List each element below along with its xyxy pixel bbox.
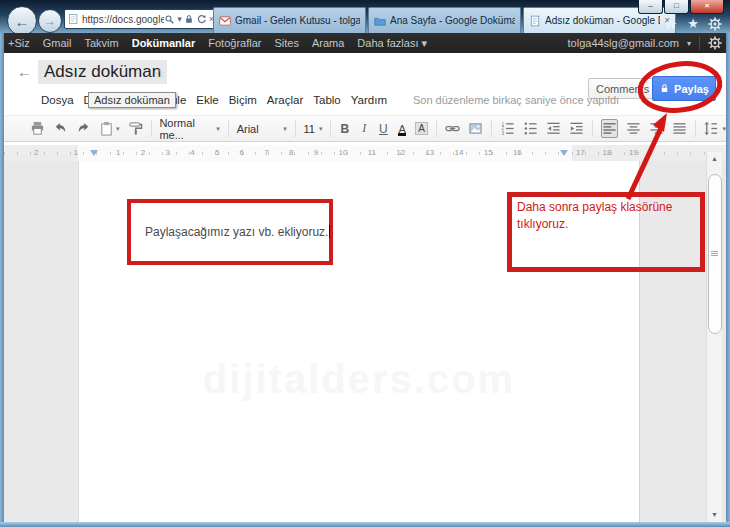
align-center-button[interactable] <box>626 120 641 137</box>
browser-chrome: – □ × ← → https://docs.google.com/do ▾ ×… <box>0 0 730 33</box>
font-dropdown[interactable]: Arial▾ <box>237 123 287 135</box>
scrollbar-grip <box>711 251 718 256</box>
print-icon[interactable] <box>30 120 45 137</box>
menu-item[interactable]: Araçlar <box>267 94 303 106</box>
undo-icon[interactable] <box>53 120 68 137</box>
home-icon[interactable] <box>664 17 678 31</box>
document-text[interactable]: Paylaşacağımız yazı vb. ekliyoruz. <box>145 225 330 239</box>
favorites-star-icon[interactable]: ★ <box>687 16 699 31</box>
maximize-button[interactable]: □ <box>664 0 689 14</box>
share-button[interactable]: Paylaş <box>652 76 716 101</box>
settings-gear-icon[interactable] <box>708 17 722 31</box>
menu-item[interactable]: Yardım <box>351 94 387 106</box>
numbered-list-icon[interactable]: 123 <box>500 120 515 137</box>
google-bar-item[interactable]: Gmail <box>43 37 72 50</box>
scrollbar-thumb[interactable] <box>708 174 722 334</box>
options-gear-icon[interactable] <box>708 36 722 50</box>
divider <box>695 120 696 137</box>
google-bar-item[interactable]: Dokümanlar <box>132 37 196 50</box>
account-email[interactable]: tolga44slg@gmail.com <box>568 37 679 49</box>
close-button[interactable]: × <box>690 0 724 14</box>
justify-button[interactable] <box>672 120 687 137</box>
line-spacing-icon[interactable] <box>703 120 718 137</box>
menu-item[interactable]: Ekle <box>196 94 218 106</box>
search-caret-icon[interactable]: ▾ <box>177 14 182 24</box>
paste-format-icon[interactable] <box>99 120 114 137</box>
align-left-button[interactable] <box>601 119 618 138</box>
star-document-icon[interactable]: ☆ <box>154 66 166 81</box>
google-bar-item[interactable]: +Siz <box>8 37 30 50</box>
ruler-number: 13 <box>425 145 434 161</box>
increase-indent-icon[interactable] <box>569 120 584 137</box>
google-bar-item[interactable]: Takvim <box>84 37 118 50</box>
styles-dropdown[interactable]: Normal me...▾ <box>159 117 219 141</box>
ruler-number: 11 <box>368 145 376 161</box>
divider <box>491 120 492 137</box>
divider <box>436 120 437 137</box>
font-size-dropdown[interactable]: 11▾ <box>304 123 323 135</box>
last-edit-status: Son düzenleme birkaç saniye önce yapıldı <box>413 94 619 106</box>
annotation-box-text: Paylaşacağımız yazı vb. ekliyoruz. <box>127 199 333 265</box>
menu-item[interactable]: Tablo <box>313 94 341 106</box>
align-right-button[interactable] <box>649 120 664 137</box>
refresh-icon[interactable] <box>196 14 207 25</box>
google-bar-item[interactable]: Fotoğraflar <box>208 37 261 50</box>
ruler-number: 7 <box>264 145 268 161</box>
google-bar-right: tolga44slg@gmail.com ▾ <box>568 36 730 50</box>
decrease-indent-icon[interactable] <box>546 120 561 137</box>
insert-link-icon[interactable] <box>445 120 460 137</box>
address-bar[interactable]: https://docs.google.com/do ▾ × <box>64 9 217 29</box>
scroll-down-icon[interactable]: ▼ <box>707 508 722 522</box>
vertical-scrollbar[interactable]: ▲ ▼ <box>706 152 722 522</box>
google-bar-item[interactable]: Arama <box>312 37 344 50</box>
ruler[interactable]: 21 12345678910111213141516 171819 <box>4 145 726 161</box>
left-indent-marker[interactable] <box>90 150 98 156</box>
ruler-left-numbers: 21 <box>34 145 78 161</box>
menu-item[interactable]: Biçim <box>229 94 257 106</box>
tab-title[interactable]: Gmail - Gelen Kutusu - tolga44... <box>235 15 360 26</box>
forward-button[interactable]: → <box>38 9 62 33</box>
text-color-button[interactable]: A <box>397 123 407 135</box>
google-bar-items: +SizGmailTakvimDokümanlarFotoğraflarSite… <box>0 37 427 50</box>
font-size-value: 11 <box>304 123 315 135</box>
share-label: Paylaş <box>674 83 709 95</box>
menu-item[interactable]: Dosya <box>41 94 74 106</box>
italic-button[interactable]: I <box>359 121 370 136</box>
underline-button[interactable]: U <box>378 122 389 136</box>
account-caret-icon[interactable]: ▾ <box>687 39 691 48</box>
highlight-color-button[interactable]: A <box>415 122 428 135</box>
url-text[interactable]: https://docs.google.com/do <box>82 14 164 25</box>
ruler-number: 16 <box>513 145 522 161</box>
ruler-number: 6 <box>240 145 244 161</box>
ruler-number: 14 <box>455 145 464 161</box>
tab-docs-home[interactable]: Ana Sayfa - Google Dokümanl... <box>368 7 521 33</box>
caret-down-icon[interactable]: ▾ <box>116 125 120 133</box>
redo-icon[interactable] <box>76 120 91 137</box>
bold-button[interactable]: B <box>339 122 350 136</box>
lock-icon <box>184 14 194 24</box>
ruler-number: 1 <box>116 145 120 161</box>
document-title[interactable]: Adsız doküman <box>38 60 167 84</box>
watermark-text: dijitalders.com <box>78 357 640 402</box>
search-icon[interactable] <box>164 14 175 25</box>
tab-gmail[interactable]: Gmail - Gelen Kutusu - tolga44... <box>213 7 366 33</box>
address-bar-icons: ▾ × <box>164 14 214 25</box>
ruler-number: 12 <box>396 145 405 161</box>
tab-title[interactable]: Adsız doküman - Google D... <box>545 15 660 26</box>
lock-icon <box>659 83 670 94</box>
right-indent-marker[interactable] <box>560 150 568 156</box>
google-bar-item[interactable]: Daha fazlası ▾ <box>357 37 427 50</box>
google-bar-item[interactable]: Sites <box>274 37 298 50</box>
bullet-list-icon[interactable] <box>523 120 538 137</box>
ruler-number: 4 <box>190 145 194 161</box>
back-to-docs-icon[interactable]: ← <box>17 63 32 80</box>
scroll-up-icon[interactable]: ▲ <box>707 152 722 166</box>
ruler-right-numbers: 171819 <box>576 145 638 161</box>
paint-format-icon[interactable] <box>128 120 143 137</box>
tab-title[interactable]: Ana Sayfa - Google Dokümanl... <box>390 15 515 26</box>
caret-down-icon: ▾ <box>319 125 323 133</box>
back-button[interactable]: ← <box>7 6 37 36</box>
google-bar: +SizGmailTakvimDokümanlarFotoğraflarSite… <box>0 33 730 53</box>
insert-image-icon[interactable] <box>468 120 483 137</box>
minimize-button[interactable]: – <box>638 0 663 14</box>
